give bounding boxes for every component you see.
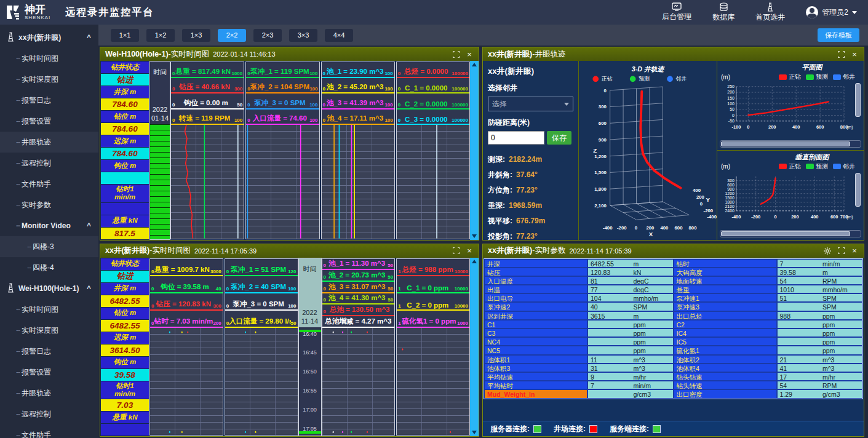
nav-item-2[interactable]: 数据库 [712, 2, 735, 23]
param-value: 54 [780, 381, 822, 389]
param-unit: ppm [633, 329, 672, 336]
save-template-button[interactable]: 保存模板 [818, 28, 859, 42]
sidebar-item-20[interactable]: --文件助手 [0, 424, 98, 438]
save-distance-button[interactable]: 保存 [547, 131, 571, 145]
sidebar-item-17[interactable]: --报警设置 [0, 362, 98, 383]
sidebar-item-10[interactable]: --Monitor Video^ [0, 215, 98, 236]
param-value-cell: ppm [587, 320, 674, 328]
sidebar-item-3[interactable]: --实时深度图 [0, 69, 98, 90]
nav-item-1[interactable]: 后台管理 [662, 2, 691, 23]
vertical-scrollbar[interactable] [854, 82, 861, 139]
panel-trajectory: xx井(新井眼)-井眼轨迹 × xx井(新井眼) 选择邻井 选择 防碰距离(米 [482, 47, 864, 241]
sidebar-item-12[interactable]: --四楼-4 [0, 257, 98, 278]
curve-scale-row: 0钻压 = 120.83 kN300 [150, 293, 223, 311]
horizontal-scrollbar[interactable] [720, 140, 861, 148]
layout-button-1×3[interactable]: 1×3 [182, 29, 210, 42]
sidebar-item-5[interactable]: --报警设置 [0, 111, 98, 132]
param-value: 51 [780, 294, 822, 301]
layout-button-1×1[interactable]: 1×1 [111, 29, 139, 42]
curve-track-2: 1总烃 = 988 ppm100001C_1 = 0 ppm100001C_2 … [396, 258, 470, 436]
scale-max: 100 [384, 86, 392, 92]
offset-well-select[interactable]: 选择 [488, 97, 573, 111]
sidebar-item-13[interactable]: Wei-H100(Hole-1)^ [0, 278, 98, 299]
curve-label: C_2 = 0 ppm [401, 301, 455, 309]
sidebar-item-label: 文件助手 [22, 179, 51, 189]
panel3-datetime: 2022-11-14 17:05:39 [194, 247, 257, 255]
sidebar-item-8[interactable]: --文件助手 [0, 173, 98, 194]
derrick-icon [766, 2, 774, 12]
param-label: C1 [484, 320, 587, 328]
sidebar-item-label: Wei-H100(Hole-1) [18, 284, 79, 293]
sidebar-item-6[interactable]: --井眼轨迹 [0, 132, 98, 153]
tree-connector: -- [16, 347, 20, 356]
curve-label: 泵冲_3 = 0 SPM [229, 300, 288, 309]
close-icon[interactable]: × [850, 50, 859, 58]
curve-track-4: 0总烃 = 0.00001000000C_1 = 0.00001000000C_… [396, 62, 470, 239]
svg-text:900: 900 [727, 187, 735, 191]
sidebar-item-16[interactable]: --报警日志 [0, 341, 98, 362]
layout-button-3×3[interactable]: 3×3 [289, 29, 317, 42]
layout-button-4×4[interactable]: 4×4 [325, 29, 353, 42]
track-header: 0悬重 = 817.49 kN10000钻压 = 40.66 kN3000钩位 … [171, 62, 244, 125]
param-value: 1010 [780, 285, 822, 293]
param-label: 平均钻速 [484, 372, 587, 381]
chevron-down-icon [852, 11, 857, 14]
select-offset-well-label: 选择邻井 [488, 83, 573, 94]
sidebar-item-18[interactable]: --井眼轨迹 [0, 383, 98, 404]
time-tick: 17:00 [299, 407, 321, 413]
param-label: 泵冲速2 [484, 302, 587, 311]
curve-scale-row: 0C_3 = 0.0000100000 [397, 110, 469, 125]
curve-scale-row: 0泵冲_2 = 104 SPM100 [246, 78, 319, 94]
param-value-cell: ppm [777, 320, 863, 328]
trajectory-stat: 垂深:1968.59m [488, 198, 573, 213]
nav-item-3[interactable]: 首页选井 [755, 2, 785, 23]
param-value-cell: ppm [587, 328, 674, 337]
vertical-scrollbar[interactable] [470, 258, 479, 437]
gauge-label: 迟深 m [101, 332, 149, 344]
param-label: 悬重 [674, 285, 777, 293]
sidebar-item-11[interactable]: --四楼-3 [0, 236, 98, 257]
user-menu[interactable]: 管理员2 [806, 6, 857, 18]
distance-input[interactable] [488, 131, 544, 145]
close-icon[interactable]: × [850, 247, 859, 255]
sidebar-item-9[interactable]: --实时参数 [0, 194, 98, 215]
sidebar-item-2[interactable]: --实时时间图 [0, 48, 98, 69]
layout-button-1×2[interactable]: 1×2 [146, 29, 175, 42]
curve-track-2: 0泵冲_1 = 119 SPM1000泵冲_2 = 104 SPM1000泵冲_… [245, 62, 319, 239]
expand-icon[interactable] [452, 50, 460, 58]
expand-icon[interactable] [837, 50, 845, 58]
sidebar-item-7[interactable]: --远程控制 [0, 153, 98, 173]
close-icon[interactable]: × [465, 247, 474, 255]
layout-button-2×3[interactable]: 2×3 [253, 29, 282, 42]
close-icon[interactable]: × [465, 50, 474, 58]
gear-icon[interactable] [823, 247, 832, 255]
svg-text:300: 300 [599, 104, 607, 110]
svg-text:预测: 预测 [638, 76, 650, 82]
param-value [591, 329, 633, 336]
gauge-label: 悬重 kN [101, 412, 149, 423]
vertical-scrollbar[interactable] [470, 61, 479, 240]
sidebar-item-15[interactable]: --实时深度图 [0, 320, 98, 341]
sidebar-item-1[interactable]: xx井(新井眼)^ [0, 27, 98, 48]
trajectory-stat: 方位角:77.23° [488, 183, 573, 198]
expand-icon[interactable] [837, 247, 845, 255]
param-label: 出口密度 [674, 389, 777, 398]
legend-item: 预测 [806, 73, 828, 81]
gauge-label: 钻井状态 [101, 258, 149, 270]
panel2-body: xx井(新井眼) 选择邻井 选择 防碰距离(米) 保存 测深:2182.24m井… [483, 61, 864, 240]
sidebar-item-4[interactable]: --报警日志 [0, 90, 98, 111]
scale-max: 10000 [455, 286, 468, 292]
svg-text:(m): (m) [846, 215, 853, 220]
param-value: 21 [780, 356, 822, 363]
horizontal-scrollbar[interactable] [720, 230, 861, 237]
curve-label: 池_3 = 31.07 m^3 [326, 282, 388, 292]
param-unit: ppm [822, 329, 862, 336]
sidebar-item-14[interactable]: --实时时间图 [0, 299, 98, 320]
svg-text:-400: -400 [731, 214, 741, 220]
expand-icon[interactable] [452, 247, 460, 255]
vertical-scrollbar[interactable] [854, 172, 861, 229]
layout-button-2×2[interactable]: 2×2 [218, 29, 246, 42]
svg-text:-200: -200 [751, 214, 760, 220]
sidebar-item-19[interactable]: --远程控制 [0, 404, 98, 424]
param-value: 1.29 [780, 390, 822, 397]
